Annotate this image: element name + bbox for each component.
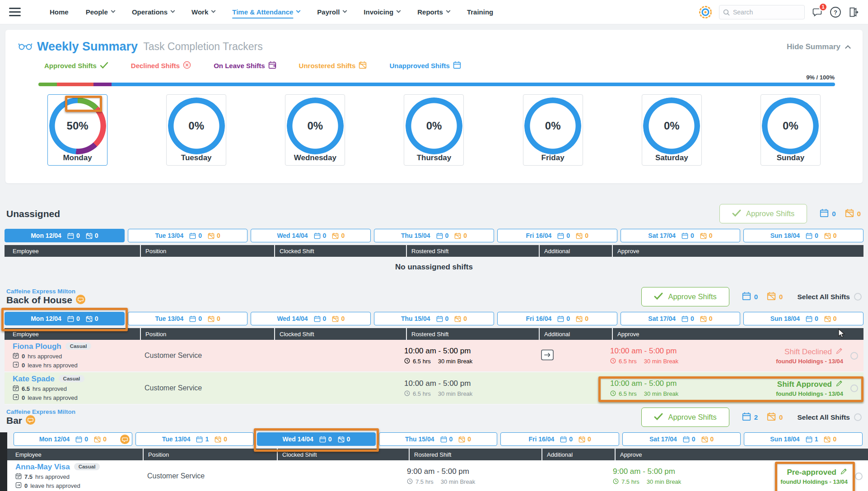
column-header-position: Position bbox=[141, 328, 274, 340]
date-tab-mon-12-04[interactable]: Mon 12/0400 bbox=[5, 229, 125, 242]
date-tab-sun-18-04[interactable]: Sun 18/0400 bbox=[743, 229, 863, 242]
approve-break: 30 min Break bbox=[644, 390, 679, 397]
nav-item-time-and-attendance[interactable]: Time & Attendance bbox=[232, 8, 300, 16]
date-tab-thu-15-04[interactable]: Thu 15/0400 bbox=[374, 312, 494, 325]
day-tracker-sunday[interactable]: 0%Sunday bbox=[761, 94, 821, 166]
employee-name-link[interactable]: Fiona Plough bbox=[13, 342, 61, 351]
calendar-icon bbox=[806, 315, 812, 322]
shift-select-radio[interactable] bbox=[850, 384, 858, 392]
menu-icon[interactable] bbox=[9, 8, 21, 16]
select-all-radio[interactable] bbox=[854, 293, 862, 301]
rostered-count: 1 bbox=[205, 435, 209, 443]
day-tracker-thursday[interactable]: 0%Thursday bbox=[404, 94, 464, 166]
unrostered-count: 0 bbox=[709, 315, 713, 322]
unrostered-count: 0 bbox=[103, 435, 107, 443]
date-tab-fri-16-04[interactable]: Fri 16/0400 bbox=[497, 229, 617, 242]
date-tab-wed-14-04[interactable]: Wed 14/0400 bbox=[257, 432, 376, 446]
date-tab-tue-13-04[interactable]: Tue 13/0400 bbox=[128, 229, 248, 242]
transfer-shift-icon[interactable] bbox=[541, 354, 554, 362]
date-tab-thu-15-04[interactable]: Thu 15/0400 bbox=[379, 432, 498, 446]
unrostered-count: 0 bbox=[347, 435, 350, 443]
column-header-approve: Approve bbox=[613, 245, 863, 257]
rostered-shift-cell: 9:00 am - 5:00 pm7.5 hrs30 min Break bbox=[407, 467, 539, 486]
select-all-radio[interactable] bbox=[854, 413, 862, 421]
date-tab-sun-18-04[interactable]: Sun 18/0400 bbox=[743, 312, 863, 325]
legend-unrostered-shifts: Unrostered Shifts bbox=[299, 61, 367, 70]
calendar-icon bbox=[453, 61, 461, 70]
chat-icon[interactable]: 1 bbox=[812, 7, 823, 18]
section-title-row: Bar bbox=[6, 415, 75, 426]
date-tab-fri-16-04[interactable]: Fri 16/0400 bbox=[500, 432, 619, 446]
date-tab-fri-16-04[interactable]: Fri 16/0400 bbox=[497, 312, 617, 325]
select-all-shifts: Select All Shifts bbox=[797, 413, 862, 422]
nav-item-operations[interactable]: Operations bbox=[132, 8, 174, 16]
shift-status-label: Pre-approved bbox=[787, 468, 836, 477]
approve-shifts-button[interactable]: Approve Shifts bbox=[641, 287, 729, 306]
unrostered-count: 0 bbox=[709, 232, 713, 239]
day-tracker-saturday[interactable]: 0%Saturday bbox=[642, 94, 702, 166]
help-icon[interactable]: ? bbox=[830, 6, 841, 18]
date-tab-tue-13-04[interactable]: Tue 13/0410 bbox=[135, 432, 254, 446]
day-tracker-friday[interactable]: 0%Friday bbox=[523, 94, 583, 166]
foundu-logo-icon[interactable] bbox=[699, 5, 712, 19]
edit-pencil-icon[interactable] bbox=[840, 468, 848, 477]
nav-item-reports[interactable]: Reports bbox=[417, 8, 450, 16]
chat-coin-icon[interactable] bbox=[26, 415, 35, 426]
date-tab-tue-13-04[interactable]: Tue 13/0400 bbox=[128, 312, 248, 325]
search-input[interactable] bbox=[719, 5, 805, 19]
date-tab-mon-12-04[interactable]: Mon 12/0400 bbox=[5, 312, 125, 325]
logout-icon[interactable] bbox=[848, 7, 859, 18]
employee-cell: Fiona PloughCasual0hrs approved0leave hr… bbox=[5, 342, 140, 369]
approve-time: 9:00 am - 5:00 pm bbox=[613, 467, 681, 476]
employee-name-link[interactable]: Anna-May Visa bbox=[15, 463, 70, 471]
date-tab-sat-17-04[interactable]: Sat 17/0400 bbox=[621, 312, 741, 325]
edit-pencil-icon[interactable] bbox=[835, 380, 843, 389]
day-tracker-wednesday[interactable]: 0%Wednesday bbox=[285, 94, 345, 166]
unrostered-count: 0 bbox=[467, 435, 471, 443]
date-tab-label: Sat 17/04 bbox=[648, 315, 676, 322]
day-tracker-tuesday[interactable]: 0%Tuesday bbox=[166, 94, 226, 166]
unrostered-count: 0 bbox=[833, 232, 837, 239]
employee-name-link[interactable]: Kate Spade bbox=[13, 375, 55, 383]
rostered-meta: 6.5 hrs30 min Break bbox=[404, 390, 536, 398]
nav-item-work[interactable]: Work bbox=[191, 8, 215, 16]
employee-row: Kate SpadeCasual6.5hrs approved0leave hr… bbox=[5, 372, 863, 405]
chat-coin-icon[interactable] bbox=[120, 435, 130, 445]
date-tab-wed-14-04[interactable]: Wed 14/0400 bbox=[251, 229, 371, 242]
day-tracker-monday[interactable]: 50%Monday bbox=[47, 94, 107, 166]
date-tab-label: Mon 12/04 bbox=[31, 315, 61, 322]
calendar-icon bbox=[557, 232, 564, 239]
employee-cell: Anna-May VisaCasual7.5hrs approved0leave… bbox=[7, 463, 143, 490]
progress-segment bbox=[93, 83, 112, 86]
date-tab-thu-15-04[interactable]: Thu 15/0400 bbox=[374, 229, 494, 242]
date-tab-mon-12-04[interactable]: Mon 12/0400 bbox=[14, 432, 132, 446]
approve-shifts-button[interactable]: Approve Shifts bbox=[719, 204, 807, 223]
approve-shifts-button[interactable]: Approve Shifts bbox=[641, 408, 729, 427]
nav-item-label: People bbox=[86, 8, 108, 16]
date-tab-label: Tue 13/04 bbox=[155, 232, 183, 239]
hide-summary-button[interactable]: Hide Summary bbox=[787, 42, 850, 51]
date-tab-sun-18-04[interactable]: Sun 18/0410 bbox=[744, 432, 863, 446]
nav-item-payroll[interactable]: Payroll bbox=[317, 8, 346, 16]
nav-item-home[interactable]: Home bbox=[50, 8, 69, 16]
day-donut-chart: 0% bbox=[406, 97, 462, 154]
date-tab-label: Sun 18/04 bbox=[770, 435, 799, 443]
date-tab-wed-14-04[interactable]: Wed 14/0400 bbox=[251, 312, 371, 325]
date-tab-sat-17-04[interactable]: Sat 17/0400 bbox=[622, 432, 741, 446]
nav-item-people[interactable]: People bbox=[86, 8, 115, 16]
date-tabs: Mon 12/0400Tue 13/0400Wed 14/0400Thu 15/… bbox=[5, 312, 863, 325]
nav-item-label: Reports bbox=[417, 8, 443, 16]
nav-item-training[interactable]: Training bbox=[467, 8, 493, 16]
shift-select-radio[interactable] bbox=[855, 472, 863, 480]
date-tab-sat-17-04[interactable]: Sat 17/0400 bbox=[621, 229, 741, 242]
hours-approved-label: hrs approved bbox=[28, 353, 62, 360]
shift-select-radio[interactable] bbox=[850, 352, 858, 360]
venue-link[interactable]: Caffeine Express Milton bbox=[6, 288, 85, 295]
day-donut-chart: 0% bbox=[168, 97, 225, 154]
venue-link[interactable]: Caffeine Express Milton bbox=[6, 408, 75, 415]
nav-item-invoicing[interactable]: Invoicing bbox=[364, 8, 400, 16]
edit-pencil-icon[interactable] bbox=[835, 347, 843, 357]
chat-coin-icon[interactable] bbox=[76, 295, 85, 306]
day-column: 0%Friday bbox=[494, 94, 612, 166]
date-tabs: Mon 12/0400Tue 13/0400Wed 14/0400Thu 15/… bbox=[5, 229, 863, 242]
